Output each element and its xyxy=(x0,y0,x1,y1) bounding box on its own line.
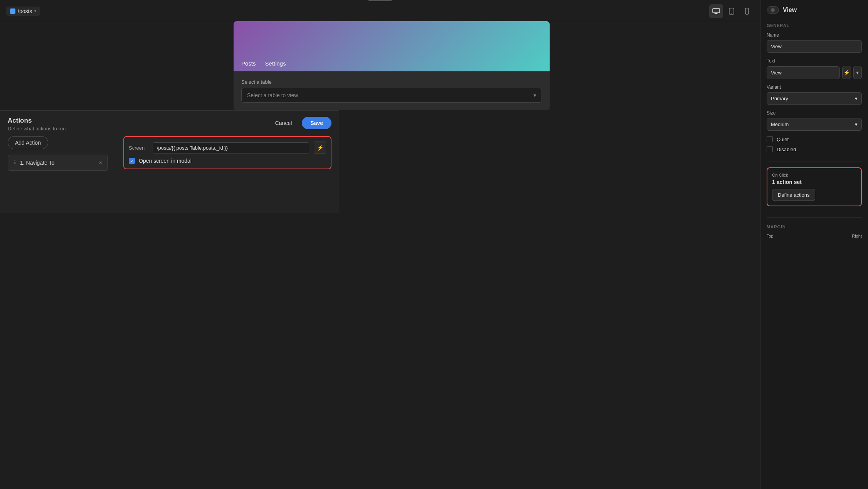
preview-header-gradient: Posts Settings xyxy=(234,21,550,71)
text-field-row: ⚡ ▾ xyxy=(767,66,862,79)
variant-value: Primary xyxy=(771,96,788,101)
actions-content: Add Action ⠿ 1. Navigate To × Screen xyxy=(0,136,339,213)
add-action-button[interactable]: Add Action xyxy=(8,136,48,149)
desktop-device-button[interactable] xyxy=(709,4,723,18)
screen-row: Screen ⚡ xyxy=(129,142,326,154)
mobile-device-button[interactable] xyxy=(740,4,754,18)
save-button[interactable]: Save xyxy=(302,117,331,129)
margin-top-label: Top xyxy=(767,234,774,238)
canvas-area: Posts Settings Select a table Select a t… xyxy=(0,21,760,489)
disabled-label: Disabled xyxy=(777,147,796,152)
actions-right: Screen ⚡ ✓ Open screen in modal xyxy=(116,136,331,206)
quiet-label: Quiet xyxy=(777,137,789,142)
checkmark-icon: ✓ xyxy=(130,159,133,163)
margin-section-label: MARGIN xyxy=(767,224,862,229)
modal-label: Open screen in modal xyxy=(139,158,192,164)
preview-tab-posts[interactable]: Posts xyxy=(241,60,256,67)
lightning-button[interactable]: ⚡ xyxy=(314,142,326,154)
top-bar-left: /posts ▾ xyxy=(6,7,40,16)
route-indicator[interactable]: /posts ▾ xyxy=(6,7,40,16)
name-field-group: Name xyxy=(767,32,862,53)
text-dropdown-button[interactable]: ▾ xyxy=(853,66,862,79)
actions-title: Actions xyxy=(8,117,67,125)
general-section-label: GENERAL xyxy=(767,23,862,28)
define-actions-button[interactable]: Define actions xyxy=(772,189,815,201)
variant-field-label: Variant xyxy=(767,84,862,90)
route-dot xyxy=(10,8,15,14)
drag-handle-icon: ⠿ xyxy=(13,160,17,165)
variant-dropdown[interactable]: Primary ▾ xyxy=(767,92,862,105)
svg-point-4 xyxy=(731,13,732,13)
preview-body: Select a table Select a table to view ▾ xyxy=(234,71,550,110)
actions-subtitle: Define what actions to run. xyxy=(8,126,67,132)
chevron-down-icon-2: ▾ xyxy=(856,69,859,76)
size-chevron-icon: ▾ xyxy=(855,121,858,127)
preview-tab-settings[interactable]: Settings xyxy=(265,60,286,67)
actions-title-group: Actions Define what actions to run. xyxy=(8,117,67,132)
svg-rect-0 xyxy=(713,8,720,13)
screen-config: Screen ⚡ ✓ Open screen in modal xyxy=(123,136,331,169)
size-field-label: Size xyxy=(767,110,862,116)
size-dropdown[interactable]: Medium ▾ xyxy=(767,118,862,131)
action-item-label: 1. Navigate To xyxy=(20,160,54,166)
cancel-button[interactable]: Cancel xyxy=(269,117,298,129)
size-field-group: Size Medium ▾ xyxy=(767,110,862,131)
margin-right-label: Right xyxy=(852,234,862,238)
panel-header: View xyxy=(767,6,862,14)
lightning-icon-2: ⚡ xyxy=(843,69,850,76)
actions-header-row: Actions Define what actions to run. Canc… xyxy=(0,111,339,136)
text-input[interactable] xyxy=(767,66,840,79)
quiet-checkbox-row: Quiet xyxy=(767,136,862,142)
select-table-dropdown[interactable]: Select a table to view ▾ xyxy=(241,88,542,103)
select-table-label: Select a table xyxy=(241,79,542,85)
variant-field-group: Variant Primary ▾ xyxy=(767,84,862,105)
disabled-checkbox-row: Disabled xyxy=(767,146,862,152)
name-input[interactable] xyxy=(767,40,862,53)
margin-label-row: Top Right xyxy=(767,234,862,238)
select-table-placeholder: Select a table to view xyxy=(247,92,298,98)
preview-tabs: Posts Settings xyxy=(234,60,294,71)
dropdown-chevron-icon: ▾ xyxy=(533,92,536,98)
text-lightning-button[interactable]: ⚡ xyxy=(842,66,851,79)
device-switcher xyxy=(709,4,754,18)
variant-chevron-icon: ▾ xyxy=(855,96,858,101)
text-field-label: Text xyxy=(767,58,862,64)
lightning-icon: ⚡ xyxy=(317,145,323,151)
action-item-close-icon[interactable]: × xyxy=(99,160,102,166)
actions-left: Add Action ⠿ 1. Navigate To × xyxy=(8,136,116,206)
divider-1 xyxy=(767,162,862,162)
route-text: /posts xyxy=(18,8,32,14)
action-item[interactable]: ⠿ 1. Navigate To × xyxy=(8,155,108,171)
tablet-device-button[interactable] xyxy=(725,4,738,18)
onclick-value: 1 action set xyxy=(772,179,856,185)
chevron-down-icon: ▾ xyxy=(34,9,36,13)
action-item-left: ⠿ 1. Navigate To xyxy=(13,160,54,166)
size-value: Medium xyxy=(771,121,789,127)
svg-point-6 xyxy=(747,13,747,13)
disabled-checkbox[interactable] xyxy=(767,146,773,152)
right-panel: View GENERAL Name Text ⚡ ▾ Variant Prima… xyxy=(760,0,868,489)
onclick-section: On Click 1 action set Define actions xyxy=(767,167,862,206)
view-toggle-dot xyxy=(771,8,775,12)
actions-panel: Actions Define what actions to run. Canc… xyxy=(0,110,339,213)
divider-2 xyxy=(767,217,862,218)
quiet-checkbox[interactable] xyxy=(767,136,773,142)
preview-card: Posts Settings Select a table Select a t… xyxy=(234,21,550,110)
name-field-label: Name xyxy=(767,32,862,38)
panel-title: View xyxy=(783,7,797,13)
screen-label: Screen xyxy=(129,145,148,151)
onclick-label: On Click xyxy=(772,173,856,177)
text-field-group: Text ⚡ ▾ xyxy=(767,58,862,79)
top-bar: /posts ▾ xyxy=(0,1,760,21)
modal-row: ✓ Open screen in modal xyxy=(129,158,326,164)
actions-header-buttons: Cancel Save xyxy=(269,117,331,129)
screen-input[interactable] xyxy=(153,142,309,153)
view-toggle[interactable] xyxy=(767,6,779,14)
modal-checkbox[interactable]: ✓ xyxy=(129,158,135,164)
screen-config-bordered: Screen ⚡ ✓ Open screen in modal xyxy=(123,136,331,169)
